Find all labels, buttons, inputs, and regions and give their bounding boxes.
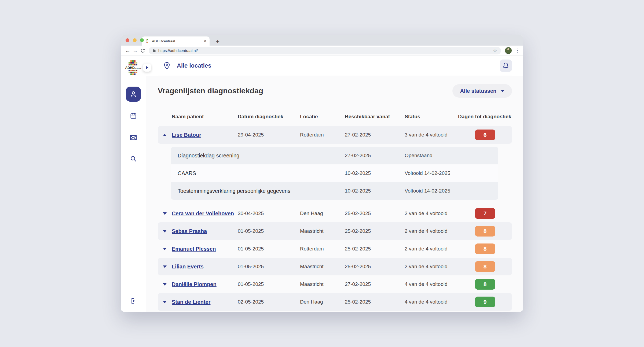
column-header: Beschikbaar vanaf — [345, 114, 405, 120]
days-badge: 6 — [475, 130, 495, 140]
days-badge: 9 — [475, 297, 495, 307]
questionnaire-name: CAARS — [171, 170, 345, 176]
forward-icon[interactable]: → — [131, 47, 139, 54]
expand-caret-icon[interactable] — [163, 265, 167, 268]
questionnaire-row[interactable]: Diagnostiekdag screening 27-02-2025 Open… — [171, 147, 498, 164]
diagnostics-date-cell: 01-05-2025 — [238, 264, 300, 270]
diagnostics-date-cell: 02-05-2025 — [238, 299, 300, 305]
sidebar-item-calendar[interactable] — [130, 112, 137, 120]
patient-name-link[interactable]: Stan de Lienter — [172, 299, 210, 305]
table-row[interactable]: Emanuel Plessen 01-05-2025 Rotterdam 25-… — [158, 240, 512, 258]
status-cell: 2 van de 4 voltooid — [405, 264, 458, 270]
sidebar: ADHDcentraal — [121, 56, 146, 312]
questionnaire-available-from: 27-02-2025 — [345, 153, 405, 158]
questionnaire-name: Diagnostiekdag screening — [171, 153, 345, 159]
lock-icon — [152, 49, 156, 53]
mail-icon — [129, 134, 137, 142]
questionnaire-row[interactable]: Toestemmingsverklaring persoonlijke gege… — [171, 182, 498, 200]
patient-name-link[interactable]: Lilian Everts — [172, 264, 204, 270]
available-from-cell: 25-02-2025 — [345, 246, 405, 252]
sidebar-item-patients[interactable] — [126, 87, 141, 102]
status-cell: 4 van de 4 voltooid — [405, 299, 458, 305]
window-controls — [126, 38, 144, 42]
logout-icon — [130, 297, 137, 304]
diagnostics-date-cell: 29-04-2025 — [238, 132, 300, 138]
location-cell: Maastricht — [300, 228, 345, 234]
questionnaire-status: Voltooid 14-02-2025 — [405, 170, 498, 176]
patient-name-link[interactable]: Cera van der Vollehoven — [172, 211, 234, 217]
column-header: Datum diagnostiek — [238, 114, 300, 120]
search-icon — [130, 155, 137, 163]
browser-menu-icon[interactable]: ⋮ — [515, 48, 520, 53]
close-window-button[interactable] — [126, 38, 129, 42]
status-cell: 2 van de 4 voltooid — [405, 228, 458, 234]
bell-icon — [502, 62, 509, 69]
patient-name-link[interactable]: Lise Batour — [172, 132, 201, 138]
expand-caret-icon[interactable] — [163, 212, 167, 215]
table-body: Lise Batour 29-04-2025 Rotterdam 27-02-2… — [158, 126, 512, 311]
back-icon[interactable]: ← — [124, 47, 131, 54]
reload-icon[interactable] — [139, 47, 147, 54]
questionnaires-table: Naam patiëntDatum diagnostiekLocatieBesc… — [158, 98, 512, 311]
notifications-button[interactable] — [500, 60, 512, 72]
questionnaire-status: Voltooid 14-02-2025 — [405, 188, 498, 194]
table-row[interactable]: Stan de Lienter 02-05-2025 Den Haag 25-0… — [158, 293, 512, 311]
status-cell: 4 van de 4 voltooid — [405, 281, 458, 287]
location-cell: Rotterdam — [300, 246, 345, 252]
patient-name-link[interactable]: Sebas Prasha — [172, 228, 207, 234]
questionnaire-available-from: 10-02-2025 — [345, 170, 405, 176]
expand-caret-icon[interactable] — [163, 248, 167, 250]
chevron-right-icon — [146, 66, 148, 69]
table-row[interactable]: Lilian Everts 01-05-2025 Maastricht 25-0… — [158, 258, 512, 275]
expand-caret-icon[interactable] — [163, 134, 167, 136]
diagnostics-date-cell: 01-05-2025 — [238, 281, 300, 287]
zoom-window-button[interactable] — [140, 38, 144, 42]
location-selector[interactable]: Alle locaties — [177, 62, 211, 69]
sidebar-item-logout[interactable] — [130, 297, 137, 304]
days-badge: 8 — [475, 279, 495, 290]
browser-window: ADHDcentraal × + ← → https://adhdcentraa… — [121, 35, 523, 312]
url-text[interactable]: https://adhdcentraal.nl/ — [158, 49, 491, 53]
days-badge: 8 — [475, 243, 495, 254]
sidebar-item-search[interactable] — [130, 155, 137, 163]
available-from-cell: 27-02-2025 — [345, 281, 405, 287]
page-title: Vragenlijsten diagnostiekdag — [158, 87, 263, 95]
questionnaire-status: Openstaand — [405, 153, 498, 158]
available-from-cell: 25-02-2025 — [345, 299, 405, 305]
status-cell: 2 van de 4 voltooid — [405, 246, 458, 252]
questionnaire-row[interactable]: CAARS 10-02-2025 Voltooid 14-02-2025 — [171, 164, 498, 182]
table-row[interactable]: Cera van der Vollehoven 30-04-2025 Den H… — [158, 205, 512, 222]
main-area: Alle locaties Vragenlijsten diagnostiekd… — [146, 56, 523, 312]
diagnostics-date-cell: 01-05-2025 — [238, 246, 300, 252]
adhdcentraal-logo: ADHDcentraal — [125, 60, 142, 75]
status-filter-label: Alle statussen — [460, 88, 496, 94]
bookmark-star-icon[interactable]: ☆ — [493, 48, 497, 54]
browser-tab[interactable]: ADHDcentraal × — [142, 36, 210, 46]
column-header: Naam patiënt — [172, 114, 238, 120]
expand-caret-icon[interactable] — [163, 230, 167, 232]
new-tab-button[interactable]: + — [214, 38, 221, 45]
app-header: Alle locaties — [146, 56, 523, 76]
user-icon — [129, 90, 137, 98]
calendar-icon — [130, 112, 137, 120]
sidebar-expand-button[interactable] — [143, 64, 151, 72]
page-content: Vragenlijsten diagnostiekdag Alle status… — [146, 76, 523, 312]
patient-name-link[interactable]: Emanuel Plessen — [172, 246, 216, 252]
diagnostics-date-cell: 01-05-2025 — [238, 228, 300, 234]
browser-profile-avatar[interactable] — [505, 47, 512, 54]
table-header-row: Naam patiëntDatum diagnostiekLocatieBesc… — [158, 109, 512, 126]
expand-caret-icon[interactable] — [163, 301, 167, 303]
address-bar[interactable]: https://adhdcentraal.nl/ ☆ — [149, 47, 501, 54]
close-tab-icon[interactable]: × — [204, 39, 206, 43]
table-row[interactable]: Sebas Prasha 01-05-2025 Maastricht 25-02… — [158, 222, 512, 240]
table-row[interactable]: Daniëlle Plompen 01-05-2025 Maastricht 2… — [158, 275, 512, 293]
minimize-window-button[interactable] — [133, 38, 137, 42]
table-row[interactable]: Lise Batour 29-04-2025 Rotterdam 27-02-2… — [158, 126, 512, 144]
chevron-down-icon — [501, 90, 504, 92]
tab-title: ADHDcentraal — [152, 39, 202, 43]
expand-caret-icon[interactable] — [163, 283, 167, 286]
patient-name-link[interactable]: Daniëlle Plompen — [172, 281, 217, 287]
location-cell: Den Haag — [300, 299, 345, 305]
status-filter-dropdown[interactable]: Alle statussen — [452, 84, 512, 98]
sidebar-item-messages[interactable] — [129, 134, 137, 142]
